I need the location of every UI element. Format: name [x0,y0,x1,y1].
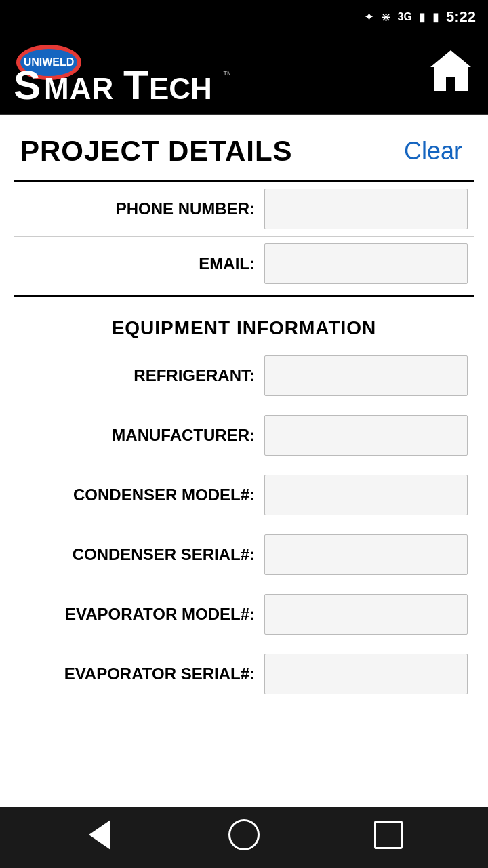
status-bar: ✦ ⋇ 3G ▮ ▮ 5:22 [0,0,488,34]
phone-number-row: PHONE NUMBER: [14,182,474,237]
svg-text:MAR: MAR [44,72,114,104]
smartech-logo: UNIWELD S MAR T ECH ™ [14,43,230,104]
recent-apps-button[interactable] [368,817,409,858]
condenser-model-input[interactable] [264,475,468,515]
evaporator-model-label: EVAPORATOR MODEL#: [20,605,264,624]
home-button[interactable] [427,47,474,101]
condenser-model-label: CONDENSER MODEL#: [20,486,264,505]
condenser-model-row: CONDENSER MODEL#: [14,465,474,525]
refrigerant-row: REFRIGERANT: [14,346,474,406]
manufacturer-input[interactable] [264,415,468,456]
network-3g-icon: 3G [398,11,412,23]
recent-apps-icon [374,821,403,855]
equipment-section: EQUIPMENT INFORMATION REFRIGERANT: MANUF… [14,297,474,704]
svg-text:ECH: ECH [149,72,212,104]
condenser-serial-label: CONDENSER SERIAL#: [20,545,264,564]
condenser-serial-row: CONDENSER SERIAL#: [14,525,474,585]
email-input[interactable] [264,243,468,284]
logo-container: UNIWELD S MAR T ECH ™ [14,43,230,104]
evaporator-model-row: EVAPORATOR MODEL#: [14,585,474,644]
svg-marker-8 [430,50,471,91]
email-label: EMAIL: [20,254,264,273]
phone-number-input[interactable] [264,189,468,229]
evaporator-serial-row: EVAPORATOR SERIAL#: [14,644,474,704]
page-title: PROJECT DETAILS [20,135,293,167]
equipment-section-heading: EQUIPMENT INFORMATION [14,297,474,346]
signal-bars-icon: ▮ [419,9,426,24]
wifi-icon: ⋇ [381,9,391,24]
refrigerant-input[interactable] [264,355,468,396]
svg-text:T: T [123,62,148,104]
bottom-nav [0,807,488,868]
phone-number-label: PHONE NUMBER: [20,199,264,218]
android-home-icon [228,819,260,856]
manufacturer-row: MANUFACTURER: [14,406,474,465]
status-time: 5:22 [446,8,476,26]
clear-button[interactable]: Clear [399,134,468,168]
manufacturer-label: MANUFACTURER: [20,426,264,445]
app-header: UNIWELD S MAR T ECH ™ [0,34,488,115]
contact-section: PHONE NUMBER: EMAIL: [14,182,474,297]
page-title-row: PROJECT DETAILS Clear [14,115,474,182]
main-content: PROJECT DETAILS Clear PHONE NUMBER: EMAI… [0,115,488,807]
evaporator-serial-label: EVAPORATOR SERIAL#: [20,665,264,684]
refrigerant-label: REFRIGERANT: [20,366,264,385]
back-button[interactable] [79,817,120,858]
svg-text:S: S [14,62,40,104]
back-icon [89,820,110,856]
bluetooth-icon: ✦ [364,9,374,24]
evaporator-model-input[interactable] [264,594,468,635]
battery-icon: ▮ [432,9,439,24]
android-home-button[interactable] [224,817,264,858]
email-row: EMAIL: [14,237,474,291]
condenser-serial-input[interactable] [264,534,468,575]
status-icons: ✦ ⋇ 3G ▮ ▮ 5:22 [364,8,476,26]
svg-text:™: ™ [222,69,230,81]
evaporator-serial-input[interactable] [264,654,468,694]
